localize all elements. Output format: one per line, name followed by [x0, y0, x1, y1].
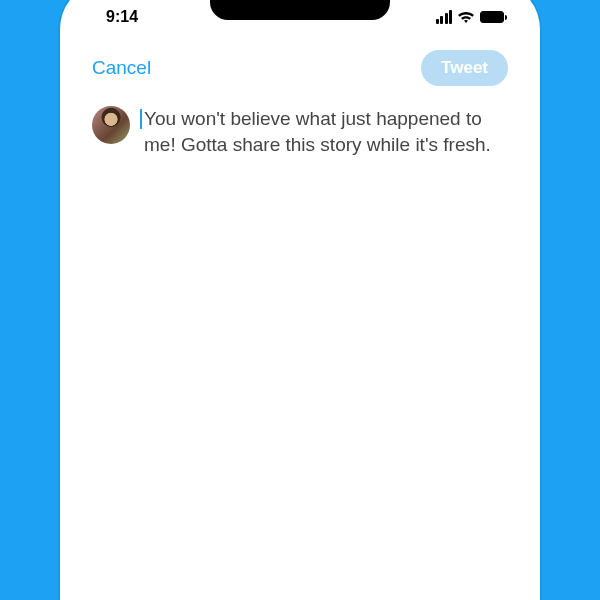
tweet-text-input[interactable]: You won't believe what just happened to … — [140, 106, 508, 157]
status-time: 9:14 — [106, 8, 138, 26]
avatar — [92, 106, 130, 144]
phone-frame: 9:14 Cancel Tweet You won't believe what… — [60, 0, 540, 600]
compose-header: Cancel Tweet — [72, 32, 528, 96]
cancel-button[interactable]: Cancel — [92, 57, 151, 79]
wifi-icon — [457, 10, 475, 24]
status-icons — [436, 10, 505, 24]
tweet-button[interactable]: Tweet — [421, 50, 508, 86]
compose-area: You won't believe what just happened to … — [72, 96, 528, 167]
battery-icon — [480, 11, 504, 23]
cellular-signal-icon — [436, 10, 453, 24]
tweet-text-wrap[interactable]: You won't believe what just happened to … — [140, 106, 508, 157]
text-cursor — [140, 109, 142, 129]
device-notch — [210, 0, 390, 20]
